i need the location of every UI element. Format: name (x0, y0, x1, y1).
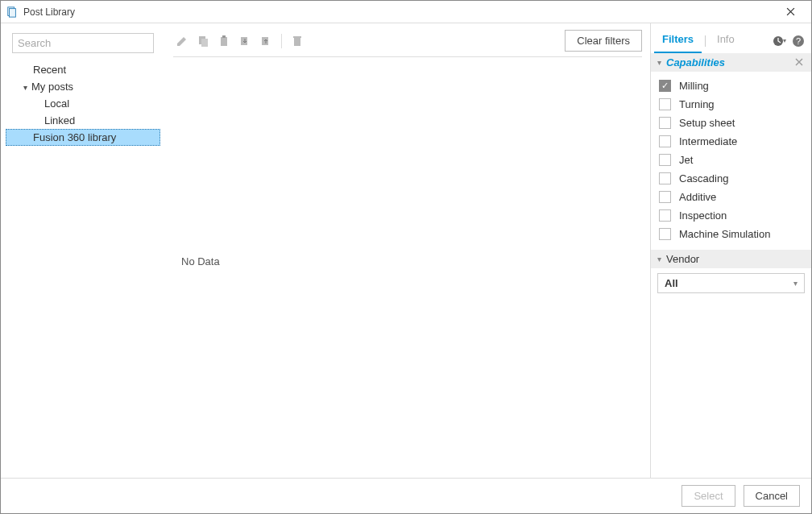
capability-item[interactable]: Setup sheet (657, 114, 805, 132)
vendor-value: All (665, 277, 678, 289)
main-panel: Clear filters No Data (165, 23, 650, 478)
capability-label: Turning (679, 98, 715, 110)
chevron-down-icon: ▾ (783, 37, 786, 44)
svg-rect-6 (294, 38, 300, 46)
capability-label: Cascading (679, 172, 728, 184)
delete-icon[interactable] (288, 32, 306, 50)
tree-item[interactable]: Recent (6, 61, 160, 78)
footer: Select Cancel (1, 478, 811, 513)
export-icon[interactable] (257, 32, 275, 50)
vendor-select[interactable]: All ▾ (657, 273, 805, 293)
chevron-down-icon: ▾ (793, 279, 798, 288)
capability-item[interactable]: Turning (657, 95, 805, 114)
import-icon[interactable] (236, 32, 254, 50)
clear-filters-button[interactable]: Clear filters (565, 30, 642, 52)
capability-label: Milling (679, 80, 709, 92)
svg-rect-5 (222, 35, 226, 38)
tree-item-label: Fusion 360 library (33, 131, 116, 143)
window-close-button[interactable] (774, 2, 806, 23)
capability-item[interactable]: Intermediate (657, 132, 805, 151)
tree-item[interactable]: Local (6, 95, 160, 112)
chevron-down-icon: ▾ (657, 58, 661, 67)
capability-label: Inspection (679, 209, 727, 222)
checkbox[interactable] (659, 209, 671, 222)
capability-item[interactable]: Cascading (657, 169, 805, 188)
cancel-button[interactable]: Cancel (744, 485, 800, 507)
window-title: Post Library (23, 6, 75, 18)
capability-label: Additive (679, 191, 716, 203)
checkbox[interactable] (659, 172, 671, 184)
post-library-window: Post Library Recent▾My postsLocalLinkedF… (0, 0, 812, 514)
tree-item[interactable]: ▾My posts (6, 78, 160, 95)
no-data-label: No Data (181, 255, 220, 267)
sidebar: Recent▾My postsLocalLinkedFusion 360 lib… (1, 23, 165, 478)
vendor-header[interactable]: ▾ Vendor (651, 250, 811, 268)
tab-info[interactable]: Info (709, 28, 743, 53)
capabilities-header[interactable]: ▾ Capabilities (651, 53, 811, 72)
capability-item[interactable]: Milling (657, 77, 805, 95)
toolbar: Clear filters (165, 23, 650, 56)
capability-item[interactable]: Jet (657, 151, 805, 169)
expander-icon[interactable]: ▾ (20, 83, 30, 92)
library-tree: Recent▾My postsLocalLinkedFusion 360 lib… (6, 61, 160, 146)
copy-icon[interactable] (194, 32, 212, 50)
tree-item-label: Linked (44, 114, 75, 126)
capability-label: Intermediate (679, 135, 737, 147)
tree-item-label: My posts (31, 81, 73, 93)
library-icon (6, 6, 19, 19)
paste-icon[interactable] (215, 32, 233, 50)
checkbox[interactable] (659, 117, 671, 129)
checkbox[interactable] (659, 98, 671, 110)
checkbox[interactable] (659, 80, 671, 92)
search-input[interactable] (12, 33, 154, 53)
checkbox[interactable] (659, 135, 671, 147)
capability-label: Jet (679, 154, 693, 166)
checkbox[interactable] (659, 228, 671, 240)
svg-rect-4 (221, 37, 227, 46)
recent-icon[interactable]: ▾ (771, 33, 787, 49)
checkbox[interactable] (659, 191, 671, 203)
svg-rect-3 (201, 39, 208, 47)
titlebar: Post Library (1, 1, 811, 23)
edit-icon[interactable] (173, 32, 191, 50)
capability-label: Machine Simulation (679, 228, 770, 240)
right-panel-tabs: Filters Info ▾ ? (651, 23, 811, 53)
tree-item-label: Local (44, 97, 69, 110)
capabilities-list: MillingTurningSetup sheetIntermediateJet… (651, 72, 811, 250)
tree-item-label: Recent (33, 64, 66, 76)
select-button[interactable]: Select (682, 485, 735, 507)
svg-rect-7 (293, 36, 301, 38)
svg-rect-1 (10, 8, 16, 17)
help-icon[interactable]: ? (790, 33, 806, 49)
svg-text:?: ? (796, 36, 801, 46)
tab-filters[interactable]: Filters (654, 28, 702, 53)
capability-item[interactable]: Inspection (657, 206, 805, 225)
right-panel: Filters Info ▾ ? ▾ Capabilities Mi (650, 23, 811, 478)
tab-separator (705, 35, 706, 47)
toolbar-separator (281, 34, 282, 48)
chevron-down-icon: ▾ (657, 255, 661, 263)
capability-item[interactable]: Machine Simulation (657, 225, 805, 243)
checkbox[interactable] (659, 154, 671, 166)
tree-item[interactable]: Fusion 360 library (6, 129, 160, 146)
tree-item[interactable]: Linked (6, 112, 160, 129)
clear-capabilities-icon[interactable] (793, 56, 805, 68)
capability-item[interactable]: Additive (657, 188, 805, 206)
capability-label: Setup sheet (679, 117, 735, 129)
content-area: No Data (173, 56, 642, 478)
